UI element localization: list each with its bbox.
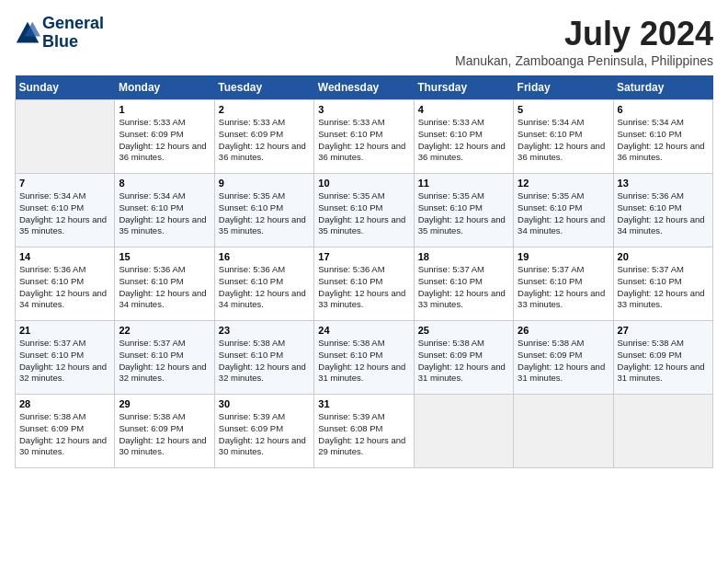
day-info: Sunrise: 5:36 AMSunset: 6:10 PMDaylight:… — [119, 264, 210, 311]
calendar-cell: 2Sunrise: 5:33 AMSunset: 6:09 PMDaylight… — [214, 100, 313, 174]
day-info: Sunrise: 5:38 AMSunset: 6:09 PMDaylight:… — [418, 338, 509, 385]
day-number: 7 — [19, 178, 110, 189]
calendar-cell: 22Sunrise: 5:37 AMSunset: 6:10 PMDayligh… — [115, 321, 214, 395]
calendar-cell: 16Sunrise: 5:36 AMSunset: 6:10 PMDayligh… — [214, 247, 313, 321]
calendar-cell: 24Sunrise: 5:38 AMSunset: 6:10 PMDayligh… — [314, 321, 414, 395]
day-number: 28 — [19, 398, 110, 409]
day-info: Sunrise: 5:39 AMSunset: 6:09 PMDaylight:… — [219, 411, 310, 458]
day-info: Sunrise: 5:35 AMSunset: 6:10 PMDaylight:… — [518, 190, 609, 237]
weekday-header: Saturday — [613, 75, 712, 100]
header-row: SundayMondayTuesdayWednesdayThursdayFrid… — [16, 75, 713, 100]
calendar-week: 14Sunrise: 5:36 AMSunset: 6:10 PMDayligh… — [16, 247, 713, 321]
day-info: Sunrise: 5:35 AMSunset: 6:10 PMDaylight:… — [219, 190, 310, 237]
calendar-cell: 3Sunrise: 5:33 AMSunset: 6:10 PMDaylight… — [314, 100, 414, 174]
day-number: 29 — [119, 398, 210, 409]
title-area: July 2024 Manukan, Zamboanga Peninsula, … — [455, 15, 713, 68]
day-info: Sunrise: 5:37 AMSunset: 6:10 PMDaylight:… — [418, 264, 509, 311]
calendar-cell: 10Sunrise: 5:35 AMSunset: 6:10 PMDayligh… — [314, 174, 414, 247]
day-number: 21 — [19, 325, 110, 336]
logo-text: General Blue — [42, 15, 104, 52]
weekday-header: Sunday — [16, 75, 115, 100]
day-number: 26 — [518, 325, 609, 336]
day-number: 17 — [318, 251, 409, 262]
calendar-cell: 28Sunrise: 5:38 AMSunset: 6:09 PMDayligh… — [16, 395, 115, 468]
day-number: 2 — [219, 104, 310, 115]
day-info: Sunrise: 5:35 AMSunset: 6:10 PMDaylight:… — [318, 190, 409, 237]
calendar-cell: 4Sunrise: 5:33 AMSunset: 6:10 PMDaylight… — [414, 100, 513, 174]
day-info: Sunrise: 5:38 AMSunset: 6:09 PMDaylight:… — [119, 411, 210, 458]
calendar-cell: 27Sunrise: 5:38 AMSunset: 6:09 PMDayligh… — [613, 321, 712, 395]
calendar-week: 21Sunrise: 5:37 AMSunset: 6:10 PMDayligh… — [16, 321, 713, 395]
day-info: Sunrise: 5:36 AMSunset: 6:10 PMDaylight:… — [618, 190, 709, 237]
day-info: Sunrise: 5:33 AMSunset: 6:09 PMDaylight:… — [219, 117, 310, 164]
day-number: 3 — [318, 104, 409, 115]
calendar-header: SundayMondayTuesdayWednesdayThursdayFrid… — [16, 75, 713, 100]
day-info: Sunrise: 5:33 AMSunset: 6:10 PMDaylight:… — [318, 117, 409, 164]
calendar-cell: 19Sunrise: 5:37 AMSunset: 6:10 PMDayligh… — [514, 247, 613, 321]
calendar-week: 7Sunrise: 5:34 AMSunset: 6:10 PMDaylight… — [16, 174, 713, 247]
calendar-cell: 21Sunrise: 5:37 AMSunset: 6:10 PMDayligh… — [16, 321, 115, 395]
day-info: Sunrise: 5:35 AMSunset: 6:10 PMDaylight:… — [418, 190, 509, 237]
day-number: 8 — [119, 178, 210, 189]
day-number: 30 — [219, 398, 310, 409]
day-info: Sunrise: 5:34 AMSunset: 6:10 PMDaylight:… — [19, 190, 110, 237]
day-info: Sunrise: 5:37 AMSunset: 6:10 PMDaylight:… — [618, 264, 709, 311]
day-number: 20 — [618, 251, 709, 262]
day-number: 5 — [518, 104, 609, 115]
day-info: Sunrise: 5:38 AMSunset: 6:09 PMDaylight:… — [19, 411, 110, 458]
day-number: 10 — [318, 178, 409, 189]
logo: General Blue — [15, 15, 104, 52]
day-info: Sunrise: 5:36 AMSunset: 6:10 PMDaylight:… — [219, 264, 310, 311]
day-info: Sunrise: 5:34 AMSunset: 6:10 PMDaylight:… — [618, 117, 709, 164]
calendar-cell: 12Sunrise: 5:35 AMSunset: 6:10 PMDayligh… — [514, 174, 613, 247]
calendar-cell: 9Sunrise: 5:35 AMSunset: 6:10 PMDaylight… — [214, 174, 313, 247]
day-number: 31 — [318, 398, 409, 409]
logo-icon — [15, 20, 40, 46]
calendar-cell: 6Sunrise: 5:34 AMSunset: 6:10 PMDaylight… — [613, 100, 712, 174]
calendar-cell — [514, 395, 613, 468]
day-info: Sunrise: 5:34 AMSunset: 6:10 PMDaylight:… — [119, 190, 210, 237]
logo-line1: General — [42, 15, 104, 33]
day-number: 1 — [119, 104, 210, 115]
calendar-week: 28Sunrise: 5:38 AMSunset: 6:09 PMDayligh… — [16, 395, 713, 468]
location-title: Manukan, Zamboanga Peninsula, Philippine… — [455, 53, 713, 68]
calendar-cell: 18Sunrise: 5:37 AMSunset: 6:10 PMDayligh… — [414, 247, 513, 321]
calendar-cell: 29Sunrise: 5:38 AMSunset: 6:09 PMDayligh… — [115, 395, 214, 468]
day-info: Sunrise: 5:38 AMSunset: 6:10 PMDaylight:… — [219, 338, 310, 385]
calendar-table: SundayMondayTuesdayWednesdayThursdayFrid… — [15, 75, 713, 468]
calendar-cell: 15Sunrise: 5:36 AMSunset: 6:10 PMDayligh… — [115, 247, 214, 321]
logo-line2: Blue — [42, 33, 104, 52]
day-info: Sunrise: 5:33 AMSunset: 6:09 PMDaylight:… — [119, 117, 210, 164]
day-info: Sunrise: 5:33 AMSunset: 6:10 PMDaylight:… — [418, 117, 509, 164]
calendar-cell — [613, 395, 712, 468]
calendar-cell: 26Sunrise: 5:38 AMSunset: 6:09 PMDayligh… — [514, 321, 613, 395]
day-number: 12 — [518, 178, 609, 189]
calendar-cell: 23Sunrise: 5:38 AMSunset: 6:10 PMDayligh… — [214, 321, 313, 395]
day-number: 9 — [219, 178, 310, 189]
day-number: 11 — [418, 178, 509, 189]
calendar-cell: 31Sunrise: 5:39 AMSunset: 6:08 PMDayligh… — [314, 395, 414, 468]
calendar-cell: 17Sunrise: 5:36 AMSunset: 6:10 PMDayligh… — [314, 247, 414, 321]
day-info: Sunrise: 5:37 AMSunset: 6:10 PMDaylight:… — [518, 264, 609, 311]
day-number: 25 — [418, 325, 509, 336]
day-info: Sunrise: 5:39 AMSunset: 6:08 PMDaylight:… — [318, 411, 409, 458]
calendar-cell: 1Sunrise: 5:33 AMSunset: 6:09 PMDaylight… — [115, 100, 214, 174]
calendar-cell: 8Sunrise: 5:34 AMSunset: 6:10 PMDaylight… — [115, 174, 214, 247]
calendar-cell: 7Sunrise: 5:34 AMSunset: 6:10 PMDaylight… — [16, 174, 115, 247]
day-number: 18 — [418, 251, 509, 262]
day-number: 27 — [618, 325, 709, 336]
day-number: 16 — [219, 251, 310, 262]
weekday-header: Wednesday — [314, 75, 414, 100]
weekday-header: Monday — [115, 75, 214, 100]
calendar-cell: 13Sunrise: 5:36 AMSunset: 6:10 PMDayligh… — [613, 174, 712, 247]
day-info: Sunrise: 5:38 AMSunset: 6:09 PMDaylight:… — [618, 338, 709, 385]
day-number: 14 — [19, 251, 110, 262]
calendar-cell: 25Sunrise: 5:38 AMSunset: 6:09 PMDayligh… — [414, 321, 513, 395]
month-title: July 2024 — [455, 15, 713, 53]
day-number: 22 — [119, 325, 210, 336]
day-info: Sunrise: 5:36 AMSunset: 6:10 PMDaylight:… — [318, 264, 409, 311]
calendar-body: 1Sunrise: 5:33 AMSunset: 6:09 PMDaylight… — [16, 100, 713, 468]
weekday-header: Thursday — [414, 75, 513, 100]
calendar-cell: 20Sunrise: 5:37 AMSunset: 6:10 PMDayligh… — [613, 247, 712, 321]
day-number: 15 — [119, 251, 210, 262]
